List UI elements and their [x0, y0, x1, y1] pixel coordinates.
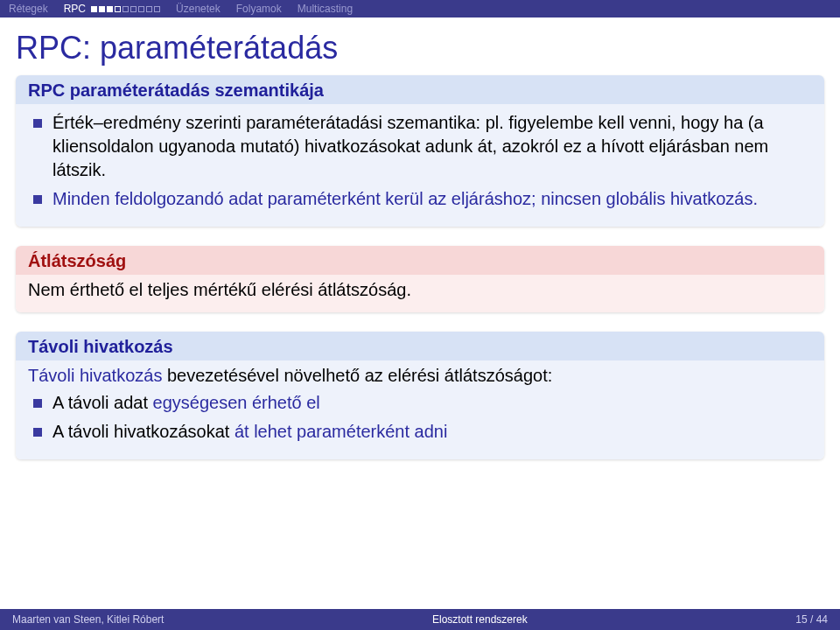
footer-lecture: Elosztott rendszerek [176, 613, 783, 626]
block-semantics: RPC paraméterátadás szemantikája Érték–e… [16, 75, 824, 227]
list-item: A távoli hivatkozásokat át lehet paramét… [33, 420, 812, 444]
block-transparency: Átlátszóság Nem érthető el teljes mérték… [16, 246, 824, 312]
block-body: Érték–eredmény szerinti paraméterátadási… [16, 104, 824, 227]
accent-text: egységesen érhető el [153, 393, 320, 412]
block-heading: Távoli hivatkozás [16, 332, 824, 360]
list-item: Érték–eredmény szerinti paraméterátadási… [33, 111, 812, 182]
plain-text: A távoli adat [52, 393, 148, 412]
progress-indicator [91, 6, 160, 12]
progress-dot-icon [91, 6, 97, 12]
bullet-list: Érték–eredmény szerinti paraméterátadási… [28, 111, 812, 211]
block-heading: RPC paraméterátadás szemantikája [16, 75, 824, 104]
block-heading: Átlátszóság [16, 246, 824, 275]
list-item: A távoli adat egységesen érhető el [33, 391, 812, 415]
progress-dot-icon [107, 6, 113, 12]
slide: Rétegek RPC Üzenetek Folyamok Multicasti… [0, 0, 840, 630]
nav-label: Rétegek [9, 3, 48, 15]
slide-title: RPC: paraméterátadás [0, 18, 840, 72]
nav-label: RPC [64, 3, 86, 15]
progress-dot-icon [138, 6, 144, 12]
list-text: Érték–eredmény szerinti paraméterátadási… [52, 113, 768, 179]
nav-item-rpc[interactable]: RPC [64, 3, 160, 15]
block-body: Nem érthető el teljes mértékű elérési át… [16, 275, 824, 312]
progress-dot-icon [99, 6, 105, 12]
progress-dot-icon [154, 6, 160, 12]
accent-text: nincsen globális hivatkozás. [541, 189, 758, 208]
accent-text: Minden feldolgozandó adat paraméterként … [52, 189, 536, 208]
bullet-list: A távoli adat egységesen érhető el A táv… [28, 391, 812, 444]
list-item: Minden feldolgozandó adat paraméterként … [33, 187, 812, 211]
accent-text: Távoli hivatkozás [28, 366, 162, 385]
block-remote-ref: Távoli hivatkozás Távoli hivatkozás beve… [16, 332, 824, 459]
plain-text: A távoli hivatkozásokat [52, 422, 229, 441]
progress-dot-icon [115, 6, 121, 12]
top-nav: Rétegek RPC Üzenetek Folyamok Multicasti… [0, 0, 840, 18]
progress-dot-icon [130, 6, 136, 12]
slide-content: RPC paraméterátadás szemantikája Érték–e… [0, 72, 840, 609]
nav-item-retegek[interactable]: Rétegek [9, 3, 48, 15]
nav-label: Üzenetek [176, 3, 220, 15]
block-body: Távoli hivatkozás bevezetésével növelhet… [16, 360, 824, 459]
accent-text: át lehet paraméterként adni [234, 422, 448, 441]
nav-label: Multicasting [298, 3, 353, 15]
intro-line: Távoli hivatkozás bevezetésével növelhet… [28, 364, 812, 388]
progress-dot-icon [122, 6, 129, 12]
footer-authors: Maarten van Steen, Kitlei Róbert [0, 613, 176, 626]
nav-item-multicasting[interactable]: Multicasting [298, 3, 353, 15]
nav-label: Folyamok [236, 3, 282, 15]
footer-bar: Maarten van Steen, Kitlei Róbert Eloszto… [0, 609, 840, 630]
progress-dot-icon [146, 6, 152, 12]
footer-page: 15 / 44 [783, 613, 840, 626]
nav-item-uzenetek[interactable]: Üzenetek [176, 3, 220, 15]
nav-item-folyamok[interactable]: Folyamok [236, 3, 282, 15]
plain-text: bevezetésével növelhető az elérési átlát… [167, 366, 552, 385]
block-text: Nem érthető el teljes mértékű elérési át… [28, 280, 411, 299]
